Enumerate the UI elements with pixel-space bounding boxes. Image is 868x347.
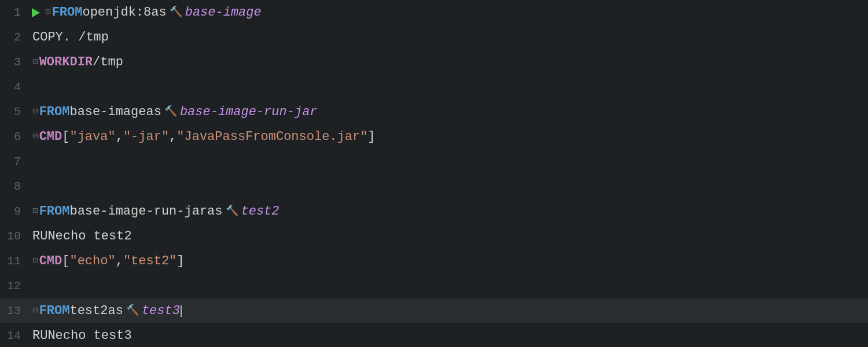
plain-text: as bbox=[146, 99, 161, 124]
code-line-12: 12 bbox=[0, 274, 868, 298]
keyword-workdir: WORKDIR bbox=[39, 50, 93, 75]
code-line-8: 8 bbox=[0, 174, 868, 199]
line-content: COPY . /tmp bbox=[29, 25, 868, 50]
plain-text: base-image-run-jar bbox=[69, 199, 207, 224]
line-content: ⊟FROM openjdk:8 as🔨base-image bbox=[29, 0, 868, 25]
plain-text: . /tmp bbox=[63, 25, 109, 50]
plain-text: [ bbox=[62, 124, 69, 149]
code-line-14: 14 RUN echo test3 bbox=[0, 323, 868, 347]
line-number: 2 bbox=[0, 25, 29, 50]
fold-icon[interactable]: ⊟ bbox=[32, 298, 38, 323]
line-content: ⊟FROM base-image as🔨 base-image-run-jar bbox=[29, 99, 868, 124]
line-number: 3 bbox=[0, 50, 29, 75]
fold-icon[interactable]: ⊟ bbox=[32, 124, 38, 149]
stage-name: test2 bbox=[241, 199, 279, 224]
keyword-copy: COPY bbox=[32, 25, 63, 50]
code-line-6: 6⊟CMD ["java", "-jar", "JavaPassFromCons… bbox=[0, 124, 868, 149]
line-content: ⊟WORKDIR /tmp bbox=[29, 50, 868, 75]
keyword-cmd: CMD bbox=[39, 124, 62, 149]
fold-icon[interactable]: ⊟ bbox=[32, 199, 38, 224]
fold-icon[interactable]: ⊟ bbox=[32, 50, 38, 75]
keyword-run: RUN bbox=[32, 323, 56, 347]
string-literal: "test2" bbox=[123, 249, 176, 274]
plain-text: , bbox=[116, 124, 123, 149]
code-line-1: 1⊟FROM openjdk:8 as🔨base-image bbox=[0, 0, 868, 25]
line-number: 9 bbox=[0, 199, 29, 224]
code-editor: 1⊟FROM openjdk:8 as🔨base-image2 COPY . /… bbox=[0, 0, 868, 347]
line-number: 7 bbox=[0, 149, 29, 174]
plain-text: echo test3 bbox=[56, 323, 132, 347]
plain-text: as bbox=[108, 298, 123, 323]
string-literal: "-jar" bbox=[123, 124, 169, 149]
plain-text: , bbox=[169, 124, 176, 149]
plain-text: test2 bbox=[69, 298, 108, 323]
plain-text: [ bbox=[62, 249, 69, 274]
plain-text: echo test2 bbox=[56, 224, 132, 249]
keyword-from: FROM bbox=[39, 99, 70, 124]
fold-icon[interactable]: ⊟ bbox=[45, 0, 51, 25]
line-number: 6 bbox=[0, 124, 29, 149]
plain-text: base-image bbox=[69, 99, 146, 124]
string-literal: "echo" bbox=[69, 249, 115, 274]
code-line-7: 7 bbox=[0, 149, 868, 174]
keyword-from: FROM bbox=[39, 199, 70, 224]
fold-icon[interactable]: ⊟ bbox=[32, 249, 38, 274]
line-number: 12 bbox=[0, 274, 29, 298]
line-content: ⊟CMD ["java", "-jar", "JavaPassFromConso… bbox=[29, 124, 868, 149]
line-number: 10 bbox=[0, 224, 29, 249]
keyword-cmd: CMD bbox=[39, 249, 62, 274]
line-number: 4 bbox=[0, 75, 29, 99]
line-content: ⊟CMD [ "echo", "test2"] bbox=[29, 249, 868, 274]
line-content: ⊟FROM base-image-run-jar as🔨 test2 bbox=[29, 199, 868, 224]
plain-text: as bbox=[207, 199, 222, 224]
line-content: ⊟FROM test2 as🔨 test3 bbox=[29, 298, 868, 323]
code-line-9: 9⊟FROM base-image-run-jar as🔨 test2 bbox=[0, 199, 868, 224]
code-line-13: 13⊟FROM test2 as🔨 test3 bbox=[0, 298, 868, 323]
line-number: 1 bbox=[0, 0, 29, 25]
hammer-icon: 🔨 bbox=[170, 0, 182, 25]
keyword-from: FROM bbox=[52, 0, 83, 25]
hammer-icon: 🔨 bbox=[126, 298, 139, 323]
line-number: 13 bbox=[0, 298, 29, 323]
line-number: 11 bbox=[0, 249, 29, 274]
line-number: 8 bbox=[0, 174, 29, 199]
text-cursor bbox=[181, 305, 182, 317]
run-icon[interactable] bbox=[32, 8, 43, 18]
stage-name: test3 bbox=[142, 298, 180, 323]
line-content: RUN echo test2 bbox=[29, 224, 868, 249]
keyword-from: FROM bbox=[39, 298, 70, 323]
plain-text: ] bbox=[176, 249, 184, 274]
string-literal: "java" bbox=[69, 124, 115, 149]
plain-text: , bbox=[116, 249, 123, 274]
code-line-10: 10 RUN echo test2 bbox=[0, 224, 868, 249]
plain-text: /tmp bbox=[93, 50, 123, 75]
stage-name: base-image-run-jar bbox=[180, 99, 318, 124]
code-line-4: 4 bbox=[0, 75, 868, 99]
code-line-2: 2 COPY . /tmp bbox=[0, 25, 868, 50]
code-line-5: 5⊟FROM base-image as🔨 base-image-run-jar bbox=[0, 99, 868, 124]
string-literal: "JavaPassFromConsole.jar" bbox=[176, 124, 367, 149]
line-number: 14 bbox=[0, 323, 29, 347]
hammer-icon: 🔨 bbox=[226, 199, 238, 224]
code-line-11: 11⊟CMD [ "echo", "test2"] bbox=[0, 249, 868, 274]
hammer-icon: 🔨 bbox=[164, 99, 177, 124]
plain-text: ] bbox=[367, 124, 375, 149]
keyword-run: RUN bbox=[32, 224, 56, 249]
line-number: 5 bbox=[0, 99, 29, 124]
fold-icon[interactable]: ⊟ bbox=[32, 99, 38, 124]
code-line-3: 3⊟WORKDIR /tmp bbox=[0, 50, 868, 75]
line-content: RUN echo test3 bbox=[29, 323, 868, 347]
